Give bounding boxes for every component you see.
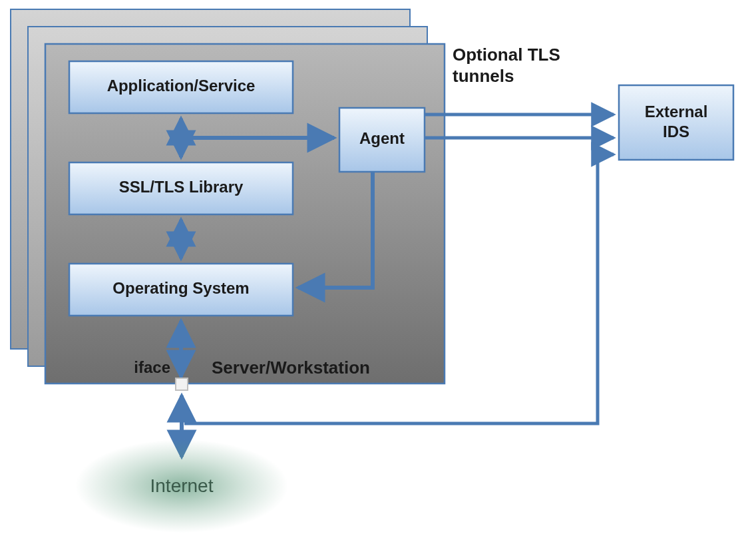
optional-tls-label-1: Optional TLS bbox=[453, 45, 560, 65]
internet-label: Internet bbox=[150, 475, 214, 496]
server-workstation-label: Server/Workstation bbox=[212, 358, 370, 378]
iface-label: iface bbox=[134, 358, 170, 376]
optional-tls-label-2: tunnels bbox=[453, 66, 514, 86]
application-service-label: Application/Service bbox=[107, 77, 256, 95]
ssl-tls-label: SSL/TLS Library bbox=[119, 178, 244, 196]
agent-label: Agent bbox=[359, 129, 405, 147]
external-ids-label-2: IDS bbox=[663, 123, 689, 140]
architecture-diagram: Application/Service SSL/TLS Library Oper… bbox=[0, 0, 756, 538]
iface-marker bbox=[176, 378, 188, 390]
external-ids-label-1: External bbox=[645, 103, 708, 121]
operating-system-label: Operating System bbox=[112, 279, 249, 297]
